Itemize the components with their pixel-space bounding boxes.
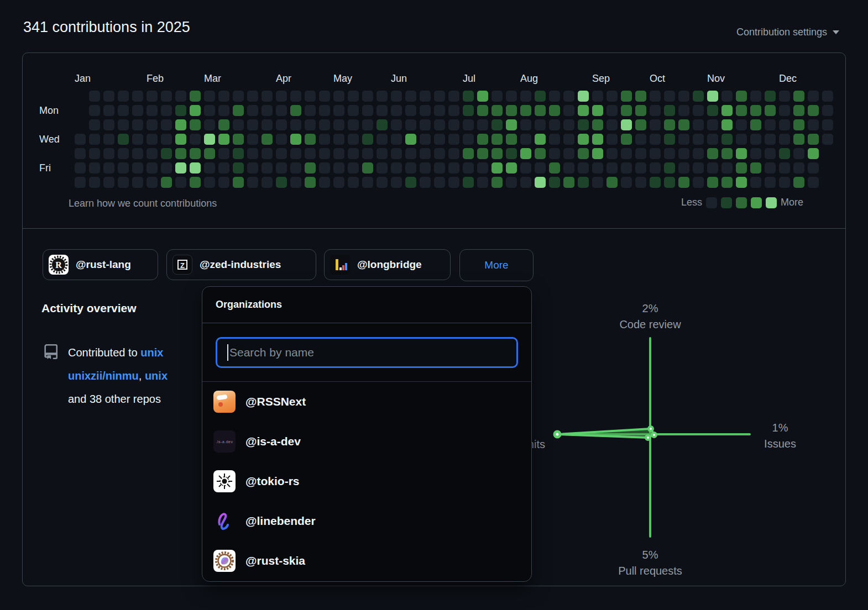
- contribution-cell[interactable]: [707, 105, 718, 116]
- contribution-cell[interactable]: [161, 105, 172, 116]
- contribution-cell[interactable]: [750, 134, 761, 145]
- contribution-cell[interactable]: [333, 177, 344, 188]
- contribution-cell[interactable]: [290, 177, 301, 188]
- contribution-cell[interactable]: [635, 148, 646, 159]
- contribution-cell[interactable]: [793, 148, 804, 159]
- org-search-input[interactable]: [217, 339, 516, 366]
- repo-link-ninmu[interactable]: unixzii/ninmu: [68, 370, 139, 382]
- contribution-cell[interactable]: [391, 91, 402, 102]
- contribution-cell[interactable]: [262, 119, 273, 130]
- contribution-cell[interactable]: [348, 119, 359, 130]
- contribution-cell[interactable]: [635, 105, 646, 116]
- contribution-cell[interactable]: [89, 177, 100, 188]
- contribution-cell[interactable]: [377, 148, 388, 159]
- repo-link[interactable]: unix: [140, 346, 163, 359]
- contribution-cell[interactable]: [635, 177, 646, 188]
- contribution-cell[interactable]: [405, 177, 416, 188]
- contribution-cell[interactable]: [420, 148, 431, 159]
- contribution-cell[interactable]: [707, 91, 718, 102]
- contribution-cell[interactable]: [535, 105, 546, 116]
- contribution-cell[interactable]: [750, 105, 761, 116]
- contribution-cell[interactable]: [319, 177, 330, 188]
- contribution-cell[interactable]: [506, 105, 517, 116]
- contribution-cell[interactable]: [606, 91, 618, 102]
- contribution-cell[interactable]: [190, 177, 201, 188]
- contribution-cell[interactable]: [736, 177, 747, 188]
- contribution-cell[interactable]: [405, 148, 416, 159]
- contribution-cell[interactable]: [319, 162, 330, 173]
- contribution-cell[interactable]: [89, 105, 100, 116]
- contribution-cell[interactable]: [218, 177, 229, 188]
- contribution-cell[interactable]: [420, 91, 431, 102]
- contribution-cell[interactable]: [175, 148, 186, 159]
- contribution-cell[interactable]: [448, 134, 459, 145]
- contribution-cell[interactable]: [147, 162, 158, 173]
- contribution-cell[interactable]: [463, 134, 474, 145]
- contribution-cell[interactable]: [132, 177, 143, 188]
- contribution-cell[interactable]: [161, 148, 172, 159]
- contribution-cell[interactable]: [592, 119, 603, 130]
- contribution-cell[interactable]: [247, 134, 258, 145]
- contribution-cell[interactable]: [103, 105, 114, 116]
- contribution-cell[interactable]: [750, 91, 761, 102]
- contribution-cell[interactable]: [506, 162, 517, 173]
- contribution-cell[interactable]: [75, 162, 86, 173]
- contribution-cell[interactable]: [262, 162, 273, 173]
- contribution-cell[interactable]: [563, 148, 574, 159]
- contribution-cell[interactable]: [377, 105, 388, 116]
- contribution-cell[interactable]: [721, 91, 733, 102]
- contribution-cell[interactable]: [175, 105, 186, 116]
- contribution-cell[interactable]: [650, 91, 661, 102]
- contribution-cell[interactable]: [549, 91, 560, 102]
- contribution-cell[interactable]: [822, 105, 833, 116]
- contribution-cell[interactable]: [420, 105, 431, 116]
- contribution-cell[interactable]: [377, 134, 388, 145]
- contribution-cell[interactable]: [190, 91, 201, 102]
- contribution-cell[interactable]: [549, 162, 560, 173]
- org-item-tokio-rs[interactable]: @tokio-rs: [202, 461, 531, 501]
- contribution-cell[interactable]: [463, 148, 474, 159]
- contribution-cell[interactable]: [491, 148, 503, 159]
- contribution-cell[interactable]: [333, 148, 344, 159]
- contribution-cell[interactable]: [319, 105, 330, 116]
- contribution-cell[interactable]: [276, 162, 287, 173]
- contribution-cell[interactable]: [89, 119, 100, 130]
- contribution-cell[interactable]: [233, 119, 244, 130]
- contribution-cell[interactable]: [664, 162, 675, 173]
- contribution-cell[interactable]: [247, 162, 258, 173]
- contribution-cell[interactable]: [319, 134, 330, 145]
- contribution-cell[interactable]: [89, 148, 100, 159]
- contribution-cell[interactable]: [276, 148, 287, 159]
- contribution-cell[interactable]: [247, 91, 258, 102]
- contribution-cell[interactable]: [190, 105, 201, 116]
- contribution-cell[interactable]: [664, 91, 675, 102]
- contribution-cell[interactable]: [765, 119, 776, 130]
- contribution-cell[interactable]: [305, 177, 316, 188]
- contribution-cell[interactable]: [707, 177, 718, 188]
- contribution-cell[interactable]: [693, 148, 704, 159]
- contribution-cell[interactable]: [305, 91, 316, 102]
- contribution-cell[interactable]: [779, 148, 790, 159]
- contribution-cell[interactable]: [305, 134, 316, 145]
- contribution-cell[interactable]: [391, 148, 402, 159]
- contribution-cell[interactable]: [765, 134, 776, 145]
- contribution-cell[interactable]: [348, 91, 359, 102]
- contribution-cell[interactable]: [204, 105, 215, 116]
- contribution-cell[interactable]: [218, 105, 229, 116]
- contribution-cell[interactable]: [606, 177, 618, 188]
- contribution-cell[interactable]: [233, 105, 244, 116]
- contribution-cell[interactable]: [535, 148, 546, 159]
- contribution-cell[interactable]: [664, 148, 675, 159]
- contribution-cell[interactable]: [118, 177, 129, 188]
- contribution-cell[interactable]: [621, 91, 632, 102]
- contribution-cell[interactable]: [664, 119, 675, 130]
- contribution-cell[interactable]: [362, 162, 373, 173]
- contribution-cell[interactable]: [808, 177, 819, 188]
- contribution-cell[interactable]: [779, 177, 790, 188]
- contribution-cell[interactable]: [535, 91, 546, 102]
- contribution-cell[interactable]: [621, 148, 632, 159]
- contribution-cell[interactable]: [736, 162, 747, 173]
- contribution-cell[interactable]: [161, 119, 172, 130]
- contribution-cell[interactable]: [420, 119, 431, 130]
- contribution-cell[interactable]: [563, 91, 574, 102]
